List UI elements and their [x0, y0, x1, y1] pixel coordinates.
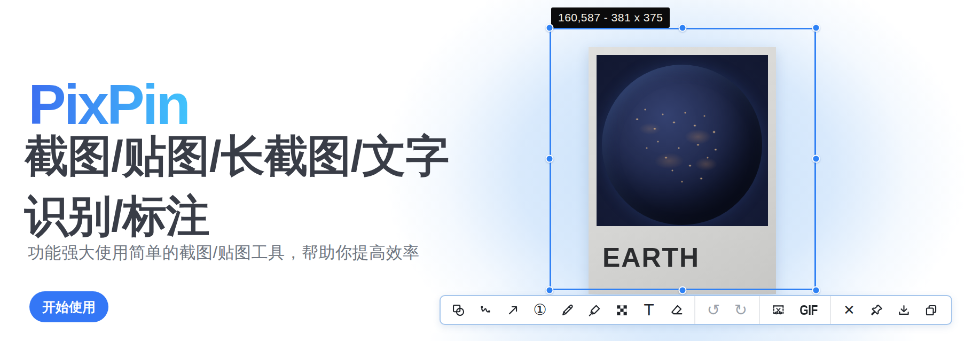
copy-icon	[924, 303, 938, 317]
shape-icon	[451, 303, 466, 317]
mosaic-tool-button[interactable]	[613, 299, 631, 321]
selection-size-tooltip: 160,587 - 381 x 375	[551, 7, 670, 28]
eraser-icon	[669, 303, 684, 317]
ocr-capture-button[interactable]	[769, 299, 787, 321]
polyline-icon	[479, 303, 493, 317]
selection-handle-top-center[interactable]	[679, 24, 687, 32]
selection-handle-bottom-center[interactable]	[679, 286, 687, 294]
close-button[interactable]: ✕	[840, 299, 858, 321]
hero-heading: 截图/贴图/长截图/文字 识别/标注	[25, 126, 449, 245]
hero-heading-line1: 截图/贴图/长截图/文字	[25, 126, 449, 186]
brand-logo-text: PixPin	[28, 76, 189, 133]
gif-record-button[interactable]: GIF	[796, 299, 821, 321]
arrow-icon	[506, 303, 520, 317]
text-tool-button[interactable]: T	[640, 299, 658, 321]
get-started-button[interactable]: 开始使用	[29, 291, 108, 322]
selection-handle-middle-left[interactable]	[546, 155, 554, 163]
eraser-tool-button[interactable]	[667, 299, 685, 321]
polyline-tool-button[interactable]	[476, 299, 495, 321]
text-tool-icon: T	[644, 303, 654, 318]
download-icon	[897, 303, 911, 317]
pencil-tool-button[interactable]	[558, 299, 576, 321]
pushpin-icon	[869, 303, 884, 317]
marker-tool-button[interactable]	[585, 299, 603, 321]
hero-heading-line2: 识别/标注	[25, 186, 449, 246]
pin-button[interactable]	[867, 299, 885, 321]
shape-tool-button[interactable]	[449, 299, 467, 321]
selection-handle-middle-right[interactable]	[812, 155, 820, 163]
selection-handle-bottom-left[interactable]	[546, 286, 554, 294]
selection-handle-top-left[interactable]	[546, 24, 554, 32]
mosaic-icon	[615, 303, 629, 317]
number-badge-icon: ①	[533, 303, 546, 317]
copy-button[interactable]	[922, 299, 940, 321]
close-icon: ✕	[843, 303, 855, 317]
toolbar-separator	[830, 296, 831, 324]
number-badge-tool-button[interactable]: ①	[531, 299, 549, 321]
gif-record-label: GIF	[799, 303, 818, 318]
redo-icon: ↻	[734, 303, 747, 318]
selection-handle-top-right[interactable]	[812, 24, 820, 32]
pencil-icon	[560, 303, 575, 317]
scissors-capture-icon	[771, 303, 786, 317]
undo-button[interactable]: ↺	[704, 299, 723, 321]
hero-subtitle: 功能强大使用简单的截图/贴图工具，帮助你提高效率	[28, 242, 420, 264]
pixpin-landing-page: PixPin 截图/贴图/长截图/文字 识别/标注 功能强大使用简单的截图/贴图…	[0, 0, 980, 341]
marker-icon	[587, 303, 602, 317]
arrow-tool-button[interactable]	[504, 299, 522, 321]
toolbar-separator	[759, 296, 760, 324]
toolbar-separator	[694, 296, 695, 324]
redo-button[interactable]: ↻	[732, 299, 750, 321]
save-button[interactable]	[895, 299, 913, 321]
annotation-toolbar: ① T	[440, 295, 952, 325]
selection-handle-bottom-right[interactable]	[812, 286, 820, 294]
capture-selection-region[interactable]	[550, 28, 816, 290]
undo-icon: ↺	[707, 303, 720, 318]
